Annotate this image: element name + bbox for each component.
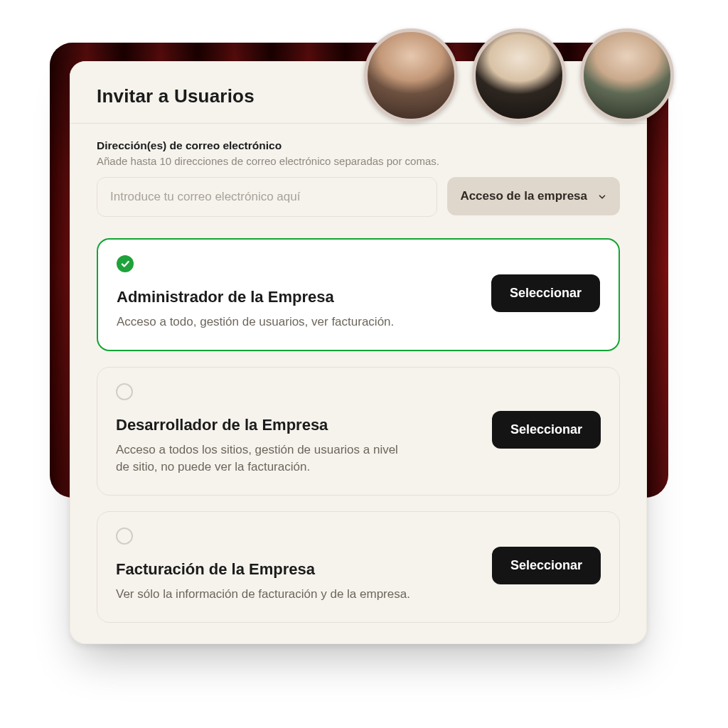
role-card-developer[interactable]: Desarrollador de la Empresa Acceso a tod… xyxy=(97,367,620,496)
modal-body: Dirección(es) de correo electrónico Añad… xyxy=(70,124,647,623)
role-list: Administrador de la Empresa Acceso a tod… xyxy=(97,238,620,623)
role-description: Ver sólo la información de facturación y… xyxy=(116,586,414,604)
role-card-content: Desarrollador de la Empresa Acceso a tod… xyxy=(116,383,475,476)
avatar xyxy=(364,28,458,122)
select-role-button[interactable]: Seleccionar xyxy=(491,274,600,312)
invite-users-modal: Invitar a Usuarios Dirección(es) de corr… xyxy=(70,61,647,644)
company-access-label: Acceso de la empresa xyxy=(460,189,587,203)
role-card-content: Administrador de la Empresa Acceso a tod… xyxy=(117,255,474,331)
radio-unchecked-icon xyxy=(116,528,133,545)
select-role-button[interactable]: Seleccionar xyxy=(492,411,601,449)
role-card-admin[interactable]: Administrador de la Empresa Acceso a tod… xyxy=(97,238,620,351)
radio-unchecked-icon xyxy=(116,383,133,400)
email-row: Acceso de la empresa xyxy=(97,177,620,217)
role-description: Acceso a todo, gestión de usuarios, ver … xyxy=(117,314,415,331)
role-title: Administrador de la Empresa xyxy=(117,288,474,306)
avatar xyxy=(472,28,566,122)
select-role-button[interactable]: Seleccionar xyxy=(492,547,601,584)
company-access-select[interactable]: Acceso de la empresa xyxy=(447,177,620,215)
role-card-billing[interactable]: Facturación de la Empresa Ver sólo la in… xyxy=(97,511,620,623)
role-card-content: Facturación de la Empresa Ver sólo la in… xyxy=(116,528,475,604)
chevron-down-icon xyxy=(597,191,607,201)
role-description: Acceso a todos los sitios, gestión de us… xyxy=(116,441,414,476)
avatar xyxy=(580,28,674,122)
role-title: Desarrollador de la Empresa xyxy=(116,416,475,434)
email-hint: Añade hasta 10 direcciones de correo ele… xyxy=(97,155,620,167)
email-label: Dirección(es) de correo electrónico xyxy=(97,139,620,152)
email-input[interactable] xyxy=(97,177,437,217)
user-avatar-row xyxy=(364,28,674,122)
check-circle-icon xyxy=(117,255,134,272)
role-title: Facturación de la Empresa xyxy=(116,560,475,579)
